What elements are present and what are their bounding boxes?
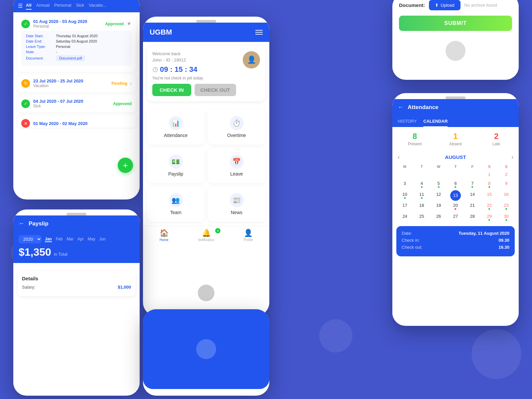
- nav-home[interactable]: 🏠 Home: [143, 229, 185, 242]
- filter-icon[interactable]: ☰: [18, 3, 23, 10]
- home-nav-label: Home: [160, 238, 169, 242]
- status-pending: Pending: [111, 81, 127, 86]
- cal-cell-29[interactable]: 29: [481, 212, 498, 223]
- tab-sick[interactable]: Sick: [76, 3, 84, 10]
- document-btn[interactable]: Document.pdf: [56, 55, 85, 61]
- leave-type-value: Personal: [56, 45, 70, 49]
- cal-cell-18[interactable]: 18: [413, 201, 430, 212]
- cal-cell-28[interactable]: 28: [464, 212, 481, 223]
- upload-button[interactable]: ⬆ Upload: [429, 0, 460, 10]
- month-feb[interactable]: Feb: [56, 237, 63, 242]
- cal-cell-12[interactable]: 12: [430, 190, 447, 201]
- app-title: UGBM: [150, 28, 172, 37]
- back-button[interactable]: ←: [398, 104, 404, 111]
- document-label: Document:: [399, 2, 425, 8]
- cal-cell-5[interactable]: 5: [430, 179, 447, 190]
- profile-nav-label: Profile: [244, 238, 253, 242]
- nav-profile[interactable]: 👤 Profile: [227, 229, 269, 242]
- cal-cell-27[interactable]: 27: [447, 212, 464, 223]
- leave-label: Leave: [230, 171, 243, 177]
- menu-news[interactable]: 📰 News: [208, 187, 265, 222]
- leave-item[interactable]: ✕ 01 May 2020 - 02 May 2020: [17, 115, 136, 128]
- cal-cell-7[interactable]: 7: [464, 179, 481, 190]
- home-screen: UGBM Welcome back John - ID : 19012 🕐 09…: [143, 23, 269, 282]
- toggle-control[interactable]: [446, 41, 466, 61]
- cal-cell-3[interactable]: 3: [396, 179, 413, 190]
- cal-cell-today[interactable]: 13: [450, 190, 461, 201]
- cal-cell-20[interactable]: 20: [447, 201, 464, 212]
- leave-item[interactable]: ✓ 01 Aug 2020 - 03 Aug 2020 Personal App…: [17, 15, 136, 72]
- team-label: Team: [170, 210, 181, 215]
- menu-overtime[interactable]: ⏱️ Overtime: [208, 109, 265, 145]
- checkout-button[interactable]: CHECK OUT: [195, 84, 236, 96]
- tab-all[interactable]: All: [26, 3, 32, 10]
- document-label: Document:: [26, 56, 56, 60]
- tab-personal[interactable]: Personal: [54, 3, 71, 10]
- leave-phone: ☰ All Annual Personal Sick Vacatio... ✓ …: [13, 0, 140, 200]
- attendance-detail-card: Date: Tuesday, 11 August 2020 Check in: …: [396, 226, 515, 256]
- cal-cell-26[interactable]: 26: [430, 212, 447, 223]
- tab-annual[interactable]: Annual: [36, 3, 50, 10]
- month-jun[interactable]: Jun: [99, 237, 105, 242]
- cal-cell-22[interactable]: 22: [481, 201, 498, 212]
- cal-cell-8[interactable]: 8: [481, 179, 498, 190]
- month-jan[interactable]: Jan: [45, 237, 52, 242]
- cal-cell-11[interactable]: 11: [413, 190, 430, 201]
- cal-cell-25[interactable]: 25: [413, 212, 430, 223]
- leave-item[interactable]: ✓ 04 Jul 2020 - 07 Jul 2020 Sick Approve…: [17, 95, 136, 112]
- menu-leave[interactable]: 📅 Leave: [208, 148, 265, 183]
- cal-cell: [396, 170, 413, 179]
- hamburger-menu[interactable]: [255, 30, 263, 35]
- leave-item[interactable]: ↻ 23 Jul 2020 - 25 Jul 2020 Vacation Pen…: [17, 74, 136, 92]
- cal-cell-2[interactable]: 2: [498, 170, 515, 179]
- day-header-t1: T: [413, 163, 430, 170]
- tab-history[interactable]: HISTORY: [398, 119, 417, 127]
- cal-cell-10[interactable]: 10: [396, 190, 413, 201]
- cal-cell-23[interactable]: 23: [498, 201, 515, 212]
- next-month-button[interactable]: ›: [511, 154, 513, 161]
- cal-cell-17[interactable]: 17: [396, 201, 413, 212]
- nav-notification[interactable]: 3 🔔 Notification: [185, 229, 227, 242]
- cal-cell-9[interactable]: 9: [498, 179, 515, 190]
- cal-cell-19[interactable]: 19: [430, 201, 447, 212]
- leave-date: 04 Jul 2020 - 07 Jul 2020: [33, 99, 83, 104]
- menu-payslip[interactable]: 💵 Payslip: [147, 148, 204, 183]
- attendance-header: ← Attendance: [392, 99, 519, 115]
- tab-calendar[interactable]: CALENDAR: [423, 119, 448, 127]
- leave-type: Vacation: [33, 83, 83, 88]
- month-mar[interactable]: Mar: [66, 237, 73, 242]
- attendance-tabs: HISTORY CALENDAR: [392, 115, 519, 127]
- chevron-down-icon[interactable]: ▼: [126, 21, 132, 27]
- news-label: News: [231, 210, 242, 215]
- home-button[interactable]: [198, 285, 214, 301]
- year-select[interactable]: 2020 2019: [19, 235, 42, 243]
- leave-screen: ☰ All Annual Personal Sick Vacatio... ✓ …: [13, 0, 140, 199]
- month-may[interactable]: May: [88, 237, 95, 242]
- tab-vacation[interactable]: Vacatio...: [89, 3, 106, 10]
- leave-date: 01 May 2020 - 02 May 2020: [33, 121, 87, 126]
- payslip-back-button[interactable]: ←: [19, 220, 25, 227]
- payslip-detail-card: Details Salary: $1,000: [17, 271, 136, 296]
- leave-date: 23 Jul 2020 - 25 Jul 2020: [33, 78, 83, 83]
- prev-month-button[interactable]: ‹: [398, 154, 400, 161]
- cal-cell-1[interactable]: 1: [481, 170, 498, 179]
- menu-team[interactable]: 👥 Team: [147, 187, 204, 222]
- welcome-card: Welcome back John - ID : 19012 🕐 09 : 15…: [147, 46, 265, 101]
- cal-cell-4[interactable]: 4: [413, 179, 430, 190]
- document-phone: Document: ⬆ Upload No archive found SUBM…: [392, 0, 519, 80]
- chevron-right-icon[interactable]: ›: [130, 80, 132, 86]
- cal-cell-6[interactable]: 6: [447, 179, 464, 190]
- menu-attendance[interactable]: 📊 Attendance: [147, 109, 204, 145]
- month-apr[interactable]: Apr: [77, 237, 84, 242]
- checkin-button[interactable]: CHECK IN: [152, 84, 191, 96]
- add-leave-button[interactable]: +: [118, 158, 133, 173]
- cal-cell-30[interactable]: 30: [498, 212, 515, 223]
- cal-cell-15[interactable]: 15: [481, 190, 498, 201]
- cal-cell-24[interactable]: 24: [396, 212, 413, 223]
- cal-cell-21[interactable]: 21: [464, 201, 481, 212]
- submit-button[interactable]: SUBMIT: [399, 16, 512, 31]
- cal-cell-16[interactable]: 16: [498, 190, 515, 201]
- cal-cell-14[interactable]: 14: [464, 190, 481, 201]
- absent-label: Absent: [439, 142, 473, 146]
- payslip-phone: ← Payslip 2020 2019 Jan Feb Mar Apr May …: [13, 209, 140, 396]
